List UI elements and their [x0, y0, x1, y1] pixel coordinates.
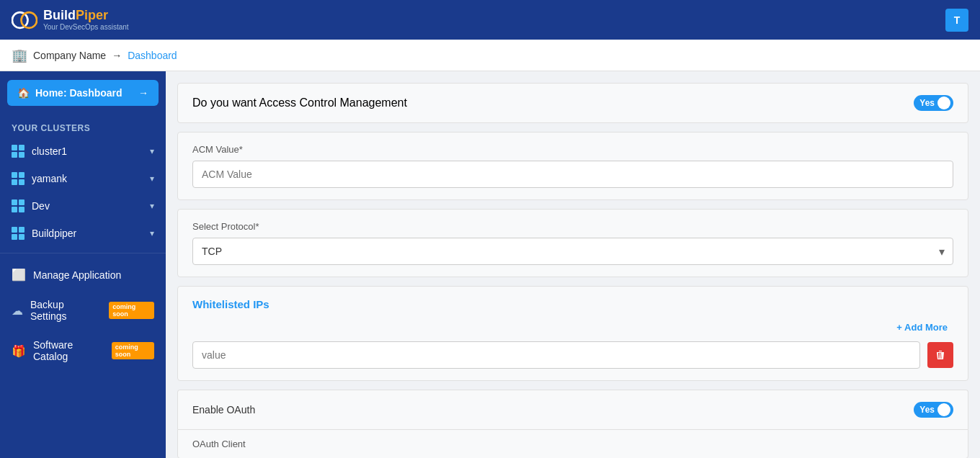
trash-icon	[935, 349, 946, 361]
sidebar-item-yamank[interactable]: yamank ▾	[0, 165, 166, 192]
whitelisted-header: Whitelisted IPs	[192, 298, 953, 310]
acm-toggle-container[interactable]: Yes	[914, 95, 953, 111]
whitelisted-ips-section: Whitelisted IPs + Add More	[177, 286, 968, 381]
protocol-select-wrap: TCP UDP HTTP HTTPS ▾	[192, 238, 953, 265]
header: BuildPiper Your DevSecOps assistant T	[0, 0, 980, 40]
software-catalog-icon: 🎁	[12, 344, 26, 358]
arrow-icon: →	[138, 87, 148, 99]
oauth-toggle-circle	[937, 403, 950, 416]
manage-application-label: Manage Application	[33, 269, 121, 281]
dev-label: Dev	[32, 200, 50, 212]
sidebar: 🏠 Home: Dashboard → Your Clusters cluste…	[0, 71, 166, 458]
logo-text: BuildPiper Your DevSecOps assistant	[43, 8, 129, 32]
acm-toggle-row: Do you want Access Control Management Ye…	[177, 83, 968, 123]
enable-oauth-label: Enable OAuth	[192, 404, 255, 416]
software-catalog-label: Software Catalog	[33, 339, 102, 362]
user-avatar[interactable]: T	[945, 9, 968, 32]
oauth-toggle-row: Enable OAuth Yes	[177, 390, 968, 429]
chevron-down-icon: ▾	[150, 146, 154, 156]
clusters-section-title: Your Clusters	[0, 114, 166, 138]
acm-value-label: ACM Value*	[192, 144, 953, 155]
whitelisted-ips-title: Whitelisted IPs	[192, 298, 270, 310]
acm-toggle-label: Yes	[919, 98, 935, 108]
oauth-section: Enable OAuth Yes OAuth Client	[177, 390, 968, 458]
logo-icon	[12, 7, 37, 33]
home-icon: 🏠	[17, 87, 30, 99]
chevron-down-icon: ▾	[150, 174, 154, 184]
delete-ip-button[interactable]	[927, 342, 953, 368]
acm-value-section: ACM Value*	[177, 132, 968, 200]
backup-settings-label: Backup Settings	[30, 299, 99, 322]
chevron-down-icon: ▾	[150, 228, 154, 238]
coming-soon-badge: coming soon	[109, 302, 154, 319]
breadcrumb-arrow: →	[112, 50, 122, 61]
protocol-select[interactable]: TCP UDP HTTP HTTPS	[192, 238, 953, 265]
sidebar-item-software-catalog[interactable]: 🎁 Software Catalog coming soon	[0, 331, 166, 371]
cluster-icon	[12, 227, 24, 240]
ip-value-input[interactable]	[192, 341, 920, 369]
oauth-toggle-label: Yes	[919, 405, 935, 415]
sidebar-item-dev[interactable]: Dev ▾	[0, 192, 166, 220]
add-more-button[interactable]: + Add More	[891, 319, 953, 336]
logo-build: Build	[43, 8, 76, 22]
sidebar-item-backup-settings[interactable]: ☁ Backup Settings coming soon	[0, 290, 166, 331]
acm-value-input[interactable]	[192, 161, 953, 188]
main-content: Do you want Access Control Management Ye…	[166, 71, 980, 458]
breadcrumb-company: Company Name	[33, 50, 106, 61]
sidebar-item-buildpiper[interactable]: Buildpiper ▾	[0, 220, 166, 247]
svg-point-0	[12, 12, 28, 28]
protocol-section: Select Protocol* TCP UDP HTTP HTTPS ▾	[177, 209, 968, 277]
breadcrumb: 🏢 Company Name → Dashboard	[0, 40, 980, 71]
cluster-icon	[12, 172, 24, 185]
chevron-down-icon: ▾	[150, 201, 154, 211]
logo-sub: Your DevSecOps assistant	[43, 23, 129, 32]
protocol-label: Select Protocol*	[192, 221, 953, 232]
logo-area: BuildPiper Your DevSecOps assistant	[12, 7, 129, 33]
svg-point-1	[22, 12, 37, 28]
building-icon: 🏢	[12, 48, 27, 63]
cluster-icon	[12, 145, 24, 158]
home-dashboard-button[interactable]: 🏠 Home: Dashboard →	[7, 80, 159, 106]
oauth-toggle-container[interactable]: Yes	[914, 402, 953, 418]
manage-app-icon: ⬜	[12, 268, 26, 282]
oauth-client-label: OAuth Client	[177, 429, 968, 458]
acm-question-label: Do you want Access Control Management	[192, 96, 407, 109]
layout: 🏠 Home: Dashboard → Your Clusters cluste…	[0, 71, 980, 458]
sidebar-item-manage-application[interactable]: ⬜ Manage Application	[0, 259, 166, 290]
backup-icon: ☁	[12, 304, 23, 318]
sidebar-divider	[0, 253, 166, 253]
coming-soon-badge-2: coming soon	[112, 342, 154, 359]
sidebar-item-cluster1[interactable]: cluster1 ▾	[0, 138, 166, 165]
breadcrumb-dashboard-link[interactable]: Dashboard	[128, 50, 177, 61]
acm-toggle-circle	[937, 96, 950, 109]
logo-piper: Piper	[76, 8, 108, 22]
cluster1-label: cluster1	[32, 145, 67, 157]
yamank-label: yamank	[32, 173, 67, 184]
cluster-icon	[12, 199, 24, 212]
buildpiper-label: Buildpiper	[32, 228, 76, 239]
ip-row	[192, 341, 953, 369]
home-button-label: Home: Dashboard	[35, 87, 122, 99]
